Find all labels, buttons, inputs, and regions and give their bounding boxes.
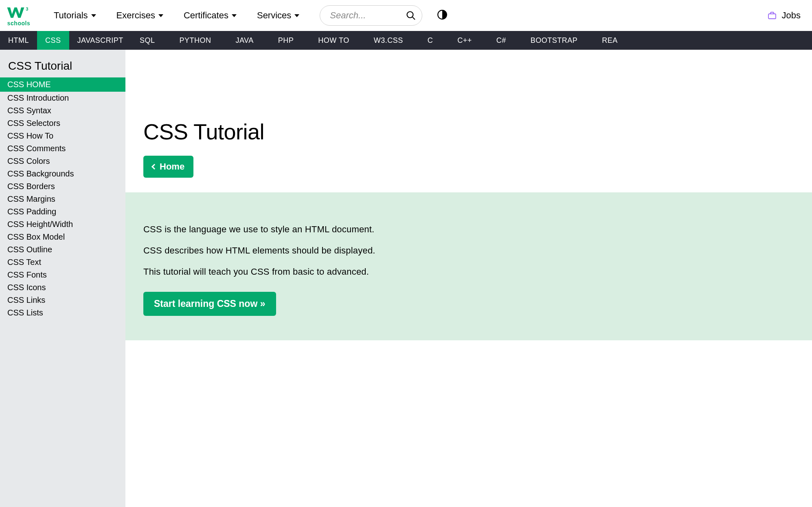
secnav-item-html[interactable]: HTML (0, 31, 37, 50)
nav-services[interactable]: Services (248, 5, 308, 26)
sidebar-item[interactable]: CSS How To (0, 130, 125, 142)
sidebar-item[interactable]: CSS HOME (0, 77, 125, 92)
nav-tutorials[interactable]: Tutorials (45, 5, 105, 26)
caret-down-icon (294, 14, 299, 17)
secnav-item-python[interactable]: PYTHON (171, 31, 219, 50)
secondary-navigation: HTMLCSSJAVASCRIPTSQLPYTHONJAVAPHPHOW TOW… (0, 31, 812, 50)
caret-down-icon (158, 14, 163, 17)
main-content: CSS Tutorial Home CSS is the language we… (125, 50, 812, 507)
chevron-left-icon (151, 164, 157, 170)
home-button-label: Home (160, 161, 184, 172)
sidebar-title: CSS Tutorial (0, 57, 125, 77)
nav-exercises[interactable]: Exercises (108, 5, 172, 26)
secnav-item-sql[interactable]: SQL (132, 31, 163, 50)
nav-label: Tutorials (54, 10, 88, 21)
nav-label: Services (257, 10, 291, 21)
secnav-item-php[interactable]: PHP (270, 31, 302, 50)
svg-line-2 (413, 17, 415, 20)
sidebar-item[interactable]: CSS Lists (0, 306, 125, 319)
top-navigation: 3 schools Tutorials Exercises Certificat… (0, 0, 812, 31)
sidebar-item[interactable]: CSS Syntax (0, 104, 125, 117)
sidebar-item[interactable]: CSS Colors (0, 155, 125, 168)
sidebar: CSS Tutorial CSS HOMECSS IntroductionCSS… (0, 50, 125, 507)
sidebar-item[interactable]: CSS Icons (0, 281, 125, 294)
secnav-item-how-to[interactable]: HOW TO (310, 31, 357, 50)
sidebar-item[interactable]: CSS Selectors (0, 117, 125, 130)
intro-panel: CSS is the language we use to style an H… (125, 192, 812, 340)
intro-paragraph: This tutorial will teach you CSS from ba… (143, 267, 794, 277)
logo[interactable]: 3 schools (7, 4, 31, 26)
sidebar-item[interactable]: CSS Padding (0, 205, 125, 218)
jobs-link[interactable]: Jobs (767, 10, 804, 21)
sidebar-item[interactable]: CSS Links (0, 294, 125, 306)
intro-paragraph: CSS describes how HTML elements should b… (143, 245, 794, 256)
nav-label: Exercises (116, 10, 155, 21)
sidebar-item[interactable]: CSS Comments (0, 142, 125, 155)
secnav-item-java[interactable]: JAVA (227, 31, 261, 50)
sidebar-item[interactable]: CSS Box Model (0, 231, 125, 243)
secnav-item-css[interactable]: CSS (37, 31, 69, 50)
search-icon[interactable] (406, 11, 416, 20)
page-title: CSS Tutorial (143, 119, 794, 144)
secnav-item-rea[interactable]: REA (594, 31, 626, 50)
secnav-item-w3-css[interactable]: W3.CSS (366, 31, 411, 50)
svg-rect-4 (768, 14, 776, 19)
secnav-item-c-[interactable]: C# (488, 31, 514, 50)
secnav-item-c[interactable]: C (419, 31, 441, 50)
intro-paragraph: CSS is the language we use to style an H… (143, 224, 794, 235)
content-container: CSS Tutorial CSS HOMECSS IntroductionCSS… (0, 50, 812, 507)
w3-logo-icon: 3 (7, 4, 31, 21)
logo-text: schools (7, 20, 30, 26)
caret-down-icon (232, 14, 237, 17)
secnav-item-javascript[interactable]: JAVASCRIPT (69, 31, 132, 50)
home-button[interactable]: Home (143, 156, 193, 178)
sidebar-item[interactable]: CSS Backgrounds (0, 168, 125, 180)
theme-toggle[interactable] (437, 9, 448, 22)
search-container (320, 5, 422, 26)
sidebar-item[interactable]: CSS Height/Width (0, 218, 125, 231)
jobs-label: Jobs (782, 10, 801, 21)
nav-label: Certificates (184, 10, 228, 21)
half-circle-icon (437, 9, 448, 20)
sidebar-item[interactable]: CSS Outline (0, 243, 125, 256)
sidebar-item[interactable]: CSS Text (0, 256, 125, 269)
svg-text:3: 3 (26, 7, 28, 11)
sidebar-item[interactable]: CSS Introduction (0, 92, 125, 104)
secnav-item-c-[interactable]: C++ (449, 31, 480, 50)
sidebar-item[interactable]: CSS Borders (0, 180, 125, 193)
start-learning-button[interactable]: Start learning CSS now » (143, 292, 276, 316)
secnav-item-bootstrap[interactable]: BOOTSTRAP (522, 31, 586, 50)
sidebar-item[interactable]: CSS Margins (0, 193, 125, 205)
sidebar-item[interactable]: CSS Fonts (0, 269, 125, 281)
nav-certificates[interactable]: Certificates (175, 5, 246, 26)
svg-point-1 (407, 12, 413, 18)
briefcase-icon (767, 11, 777, 20)
caret-down-icon (91, 14, 96, 17)
